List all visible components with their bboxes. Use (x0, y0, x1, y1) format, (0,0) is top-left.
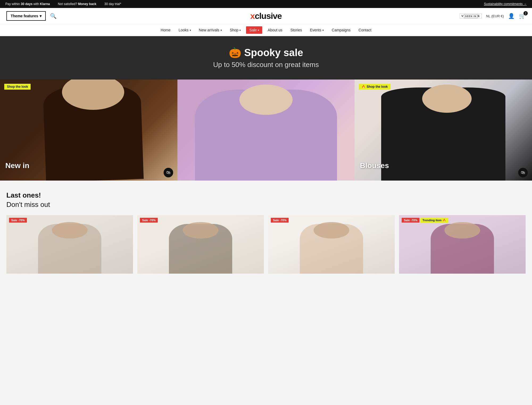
add-to-cart-button[interactable]: 🛍 (518, 168, 528, 177)
nav-about-us[interactable]: About us (264, 24, 286, 36)
chevron-down-icon: ▾ (221, 29, 222, 32)
trial-promo: 30 day trial* (104, 2, 121, 6)
header: Theme features ▾ 🔍 xclusive VSEEN INE NL… (0, 8, 532, 24)
sale-badge: Sale -70% (271, 218, 289, 223)
last-ones-title: Last ones! (6, 191, 526, 199)
nav-home[interactable]: Home (157, 24, 174, 36)
main-navigation: Home Looks ▾ New arrivals ▾ Shop ▾ Sale … (0, 24, 532, 36)
model-figure (177, 80, 355, 181)
shop-the-look-tag[interactable]: Shop the look (4, 84, 31, 90)
theme-features-button[interactable]: Theme features ▾ (6, 11, 46, 21)
chevron-down-icon: ▾ (322, 29, 324, 32)
add-to-cart-button[interactable]: 🛍 (164, 168, 173, 177)
image-card-new-in[interactable]: Shop the look New in 🛍 (0, 80, 177, 181)
image-card-blouses[interactable]: 🔥 Shop the look Blouses 🛍 (355, 80, 532, 181)
chevron-down-icon: ▾ (258, 29, 259, 32)
cart-button[interactable]: 🛒 2 (519, 13, 526, 19)
card-label-blouses: Blouses (360, 161, 389, 170)
sustainability-link[interactable]: Sustainability commitments → (484, 2, 527, 6)
image-card-purple[interactable] (177, 80, 355, 181)
top-banner: Pay within 30 days with Klarna Not satis… (0, 0, 532, 8)
account-button[interactable]: 👤 (508, 13, 515, 19)
product-card-4[interactable]: Sale -70% Trending item 🔥 (399, 215, 526, 274)
last-ones-section: Last ones! Don't miss out Sale -70% Sale… (0, 181, 532, 279)
header-right: VSEEN INE NL (EUR €) 👤 🛒 2 (460, 13, 526, 19)
last-ones-subtitle: Don't miss out (6, 201, 526, 209)
nav-new-arrivals[interactable]: New arrivals ▾ (195, 24, 226, 36)
product-card-3[interactable]: Sale -70% (268, 215, 395, 274)
product-image-3: Sale -70% (268, 215, 395, 274)
bag-icon: 🛍 (521, 170, 525, 175)
hero-title-text: Spooky sale (244, 47, 303, 58)
cart-count: 2 (523, 11, 528, 15)
product-image-4: Sale -70% Trending item 🔥 (399, 215, 526, 274)
vogue-badge: VSEEN INE (460, 13, 482, 19)
sale-badge: Sale -70% (140, 218, 158, 223)
bag-icon: 🛍 (166, 170, 171, 175)
nav-events[interactable]: Events ▾ (306, 24, 327, 36)
sale-badge: Sale -70% (402, 218, 419, 223)
chevron-down-icon: ▾ (190, 29, 191, 32)
nav-stories[interactable]: Stories (287, 24, 306, 36)
model-figure (268, 215, 395, 274)
hero-subtitle: Up to 50% discount on great items (5, 61, 527, 69)
user-icon: 👤 (508, 13, 515, 19)
shop-the-look-tag[interactable]: 🔥 Shop the look (359, 84, 390, 90)
model-figure (6, 215, 133, 274)
image-grid: Shop the look New in 🛍 🔥 Shop the look B… (0, 80, 532, 181)
product-image-1: Sale -70% (6, 215, 133, 274)
product-card-1[interactable]: Sale -70% (6, 215, 133, 274)
return-promo: Not satisfied? Money back (58, 2, 96, 6)
chevron-down-icon: ▾ (239, 29, 241, 32)
trending-badge: Trending item 🔥 (420, 218, 448, 223)
search-button[interactable]: 🔍 (50, 13, 57, 19)
header-left: Theme features ▾ 🔍 (6, 11, 57, 21)
model-figure (137, 215, 264, 274)
hero-title: 🎃 Spooky sale (5, 47, 527, 59)
card-label-new-in: New in (5, 161, 29, 170)
product-image-2: Sale -70% (137, 215, 264, 274)
sale-badge: Sale -70% (9, 218, 27, 223)
tag-label: Shop the look (367, 85, 388, 89)
nav-campaigns[interactable]: Campaigns (328, 24, 354, 36)
product-grid: Sale -70% Sale -70% Sale -70% Sale -70% … (6, 215, 526, 274)
tag-label: Shop the look (7, 85, 28, 89)
model-figure (399, 215, 526, 274)
fire-icon: 🔥 (361, 85, 365, 89)
hero-emoji: 🎃 (229, 47, 241, 58)
top-banner-right[interactable]: Sustainability commitments → (484, 2, 527, 6)
theme-features-label: Theme features (11, 14, 38, 18)
klarna-promo: Pay within 30 days with Klarna (5, 2, 50, 6)
hero-banner: 🎃 Spooky sale Up to 50% discount on grea… (0, 36, 532, 80)
logo-x: x (250, 11, 255, 21)
chevron-down-icon: ▾ (40, 14, 41, 18)
top-banner-left: Pay within 30 days with Klarna Not satis… (5, 2, 121, 6)
nav-sale[interactable]: Sale ▾ (246, 26, 262, 34)
nav-shop[interactable]: Shop ▾ (226, 24, 245, 36)
logo-text: clusive (255, 11, 282, 21)
language-selector[interactable]: NL (EUR €) (486, 14, 504, 18)
logo[interactable]: xclusive (250, 11, 282, 21)
card-background (177, 80, 355, 181)
search-icon: 🔍 (50, 13, 57, 19)
product-card-2[interactable]: Sale -70% (137, 215, 264, 274)
nav-contact[interactable]: Contact (355, 24, 375, 36)
nav-looks[interactable]: Looks ▾ (175, 24, 194, 36)
